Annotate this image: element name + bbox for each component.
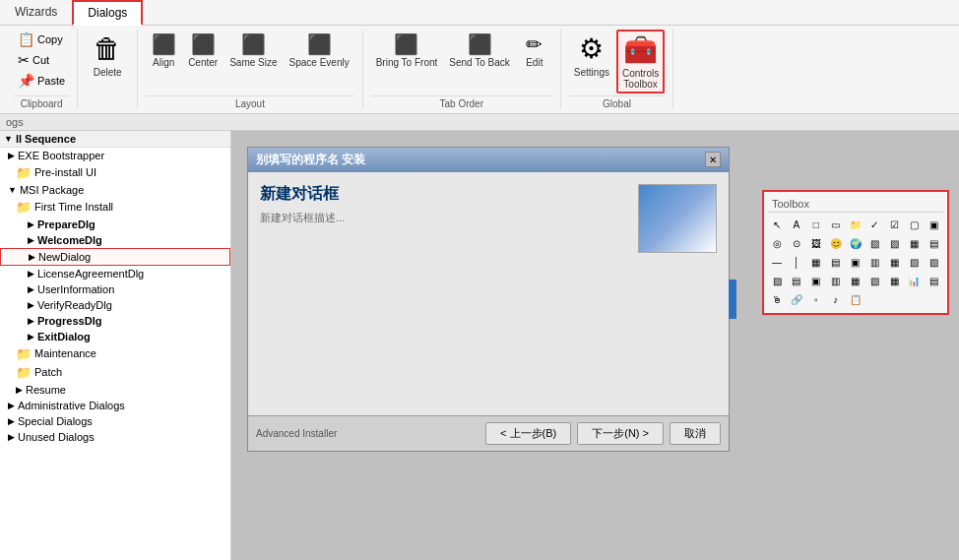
sidebar-item-verifyreadydlg[interactable]: ▶ VerifyReadyDlg xyxy=(0,297,230,313)
back-button[interactable]: < 上一步(B) xyxy=(485,422,571,445)
paste-label: Paste xyxy=(37,75,65,87)
tool-check[interactable]: ✓ xyxy=(865,217,883,234)
sidebar-item-welcomedlg[interactable]: ▶ WelcomeDlg xyxy=(0,232,230,248)
tool-vline[interactable]: │ xyxy=(788,254,805,272)
tool-smile[interactable]: 😊 xyxy=(827,235,845,253)
tool-r8[interactable]: ▤ xyxy=(925,235,942,253)
expand-resume: ▶ xyxy=(16,385,23,395)
tool-grid6[interactable]: ▧ xyxy=(905,254,923,272)
sidebar-item-unused-dialogs[interactable]: ▶ Unused Dialogs xyxy=(0,429,230,445)
sidebar-item-pre-install-ui[interactable]: 📁 Pre-install UI xyxy=(0,163,230,182)
sidebar-item-msi-package[interactable]: ▼ MSI Package xyxy=(0,182,230,198)
tool-grid1[interactable]: ▦ xyxy=(807,254,825,272)
sidebar-item-special-dialogs[interactable]: ▶ Special Dialogs xyxy=(0,413,230,429)
tool-ctrl2[interactable]: ▤ xyxy=(788,273,805,290)
cancel-button[interactable]: 取消 xyxy=(670,422,721,445)
settings-label: Settings xyxy=(574,67,609,78)
tool-misc1[interactable]: 🖱 xyxy=(768,291,786,309)
space-evenly-icon: ⬛ xyxy=(307,32,332,56)
tool-r6[interactable]: ▧ xyxy=(885,235,903,253)
next-button[interactable]: 下一步(N) > xyxy=(577,422,664,445)
send-to-back-button[interactable]: ⬛ Send To Back xyxy=(444,30,515,71)
tool-misc5[interactable]: 📋 xyxy=(847,291,864,309)
tool-extra1[interactable]: ▢ xyxy=(905,217,923,234)
welcomedlg-label: WelcomeDlg xyxy=(37,234,102,246)
controls-toolbox-icon: 🧰 xyxy=(623,33,658,67)
tool-grid7[interactable]: ▨ xyxy=(925,254,942,272)
sidebar-item-progressdlg[interactable]: ▶ ProgressDlg xyxy=(0,313,230,329)
tool-bar-chart[interactable]: 📊 xyxy=(905,273,923,290)
tool-image[interactable]: 🖼 xyxy=(807,235,825,253)
sidebar-item-licenseagreementdlg[interactable]: ▶ LicenseAgreementDlg xyxy=(0,266,230,281)
folder-icon-fti: 📁 xyxy=(16,200,32,215)
tool-ctrl5[interactable]: ▦ xyxy=(847,273,864,290)
tool-hline[interactable]: — xyxy=(768,254,786,272)
sidebar-item-userinformation[interactable]: ▶ UserInformation xyxy=(0,281,230,297)
tool-grid3[interactable]: ▣ xyxy=(847,254,864,272)
tool-ctrl9[interactable]: ▤ xyxy=(925,273,942,290)
tool-misc2[interactable]: 🔗 xyxy=(788,291,805,309)
tool-ctrl6[interactable]: ▧ xyxy=(865,273,883,290)
sidebar-item-first-time-install[interactable]: 📁 First Time Install xyxy=(0,198,230,217)
tool-ctrl4[interactable]: ▥ xyxy=(827,273,845,290)
tool-r5[interactable]: ▨ xyxy=(865,235,883,253)
cut-button[interactable]: ✂ Cut xyxy=(14,50,69,70)
drag-handle[interactable] xyxy=(729,280,736,319)
bring-to-front-icon: ⬛ xyxy=(394,32,418,56)
tool-cursor[interactable]: ↖ xyxy=(768,217,786,234)
tab-dialogs[interactable]: Dialogs xyxy=(72,0,143,26)
tool-grid5[interactable]: ▦ xyxy=(885,254,903,272)
tool-open[interactable]: 📁 xyxy=(847,217,864,234)
sidebar-item-maintenance[interactable]: 📁 Maintenance xyxy=(0,344,230,363)
administrative-dialogs-label: Administrative Dialogs xyxy=(18,400,125,411)
tool-globe[interactable]: 🌍 xyxy=(847,235,864,253)
tool-ctrl7[interactable]: ▦ xyxy=(885,273,903,290)
bring-to-front-button[interactable]: ⬛ Bring To Front xyxy=(371,30,443,71)
align-button[interactable]: ⬛ Align xyxy=(146,30,181,71)
tool-extra2[interactable]: ▣ xyxy=(925,217,942,234)
center-button[interactable]: ⬛ Center xyxy=(183,30,223,71)
ribbon-tab-bar: Wizards Dialogs xyxy=(0,0,959,26)
controls-toolbox-button[interactable]: 🧰 ControlsToolbox xyxy=(616,30,665,93)
tool-checkbox[interactable]: ☑ xyxy=(885,217,903,234)
tool-rect[interactable]: □ xyxy=(807,217,825,234)
same-size-button[interactable]: ⬛ Same Size xyxy=(224,30,282,71)
tool-ctrl3[interactable]: ▣ xyxy=(807,273,825,290)
progressdlg-label: ProgressDlg xyxy=(37,315,101,327)
tool-misc4[interactable]: ♪ xyxy=(827,291,845,309)
tool-grid2[interactable]: ▤ xyxy=(827,254,845,272)
tool-radio[interactable]: ◎ xyxy=(768,235,786,253)
expand-verifyready: ▶ xyxy=(28,300,34,310)
tool-r7[interactable]: ▦ xyxy=(905,235,923,253)
expand-userinfo: ▶ xyxy=(28,284,34,294)
dialog-description: 新建对话框描述... xyxy=(260,211,628,225)
sidebar-item-administrative-dialogs[interactable]: ▶ Administrative Dialogs xyxy=(0,398,230,413)
tool-button[interactable]: ▭ xyxy=(827,217,845,234)
tool-misc3[interactable]: ▫ xyxy=(807,291,825,309)
unused-dialogs-label: Unused Dialogs xyxy=(18,431,95,443)
expand-license: ▶ xyxy=(28,269,34,279)
tool-text[interactable]: A xyxy=(788,217,805,234)
tab-wizards[interactable]: Wizards xyxy=(0,0,72,25)
sidebar: ▼ ll Sequence ▶ EXE Bootstrapper 📁 Pre-i… xyxy=(0,131,231,560)
tool-ctrl1[interactable]: ▨ xyxy=(768,273,786,290)
sidebar-item-exitdialog[interactable]: ▶ ExitDialog xyxy=(0,329,230,344)
tool-grid4[interactable]: ▥ xyxy=(865,254,883,272)
delete-button[interactable]: 🗑 Delete xyxy=(86,30,129,81)
resume-label: Resume xyxy=(26,384,66,396)
paste-button[interactable]: 📌 Paste xyxy=(14,71,69,91)
sidebar-item-resume[interactable]: ▶ Resume xyxy=(0,382,230,398)
settings-button[interactable]: ⚙ Settings xyxy=(569,30,614,81)
space-evenly-button[interactable]: ⬛ Space Evenly xyxy=(285,30,354,71)
tool-radio2[interactable]: ⊙ xyxy=(788,235,805,253)
dialog-footer: Advanced Installer < 上一步(B) 下一步(N) > 取消 xyxy=(248,415,729,451)
sidebar-item-patch[interactable]: 📁 Patch xyxy=(0,363,230,382)
sidebar-item-preparedlg[interactable]: ▶ PrepareDlg xyxy=(0,217,230,232)
ribbon-group-global: ⚙ Settings 🧰 ControlsToolbox Global xyxy=(561,30,673,109)
sidebar-header[interactable]: ▼ ll Sequence xyxy=(0,131,230,148)
copy-button[interactable]: 📋 Copy xyxy=(14,30,69,49)
dialog-close-button[interactable]: ✕ xyxy=(705,152,721,167)
sidebar-item-exe-bootstrapper[interactable]: ▶ EXE Bootstrapper xyxy=(0,148,230,163)
sidebar-item-newdialog[interactable]: ▶ NewDialog xyxy=(0,248,230,266)
edit-button[interactable]: ✏ Edit xyxy=(517,30,552,71)
